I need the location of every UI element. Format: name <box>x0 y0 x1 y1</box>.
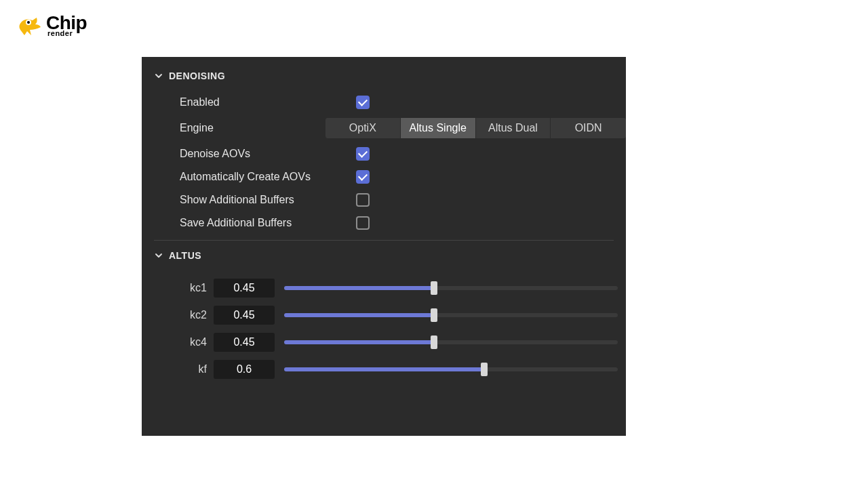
section-header-denoising[interactable]: DENOISING <box>142 57 626 91</box>
checkbox-enabled[interactable] <box>356 96 370 109</box>
svg-point-1 <box>27 21 30 24</box>
row-denoise-aovs: Denoise AOVs <box>142 142 626 165</box>
slider-fill <box>284 367 484 371</box>
checkbox-denoise-aovs[interactable] <box>356 147 370 161</box>
slider-track[interactable] <box>284 313 618 317</box>
row-show-buffers: Show Additional Buffers <box>142 188 626 211</box>
label-enabled: Enabled <box>180 96 356 108</box>
altus-sliders: kc1 0.45 kc2 0.45 kc4 0.45 kf 0. <box>142 270 626 383</box>
section-title-denoising: DENOISING <box>169 70 225 81</box>
slider-track[interactable] <box>284 340 618 344</box>
slider-label: kc4 <box>180 336 207 348</box>
chevron-down-icon <box>154 71 163 81</box>
slider-value-input[interactable]: 0.45 <box>214 279 275 298</box>
label-show-buffers: Show Additional Buffers <box>180 194 356 206</box>
logo: Chip render <box>15 12 87 39</box>
slider-row-kc4: kc4 0.45 <box>142 329 626 356</box>
engine-option-group: OptiX Altus Single Altus Dual OIDN <box>326 118 626 138</box>
logo-bird-icon <box>15 12 42 39</box>
checkbox-save-buffers[interactable] <box>356 216 370 230</box>
slider-value-input[interactable]: 0.6 <box>214 360 275 379</box>
row-engine: Engine OptiX Altus Single Altus Dual OID… <box>142 114 626 142</box>
slider-thumb[interactable] <box>431 336 437 349</box>
engine-option-altus-single[interactable]: Altus Single <box>401 118 476 138</box>
section-title-altus: ALTUS <box>169 250 201 261</box>
slider-thumb[interactable] <box>431 308 437 322</box>
row-auto-create-aovs: Automatically Create AOVs <box>142 165 626 188</box>
slider-label: kc1 <box>180 282 207 294</box>
slider-thumb[interactable] <box>431 281 437 295</box>
slider-value-input[interactable]: 0.45 <box>214 306 275 325</box>
label-denoise-aovs: Denoise AOVs <box>180 148 356 160</box>
label-engine: Engine <box>180 122 326 134</box>
engine-option-oidn[interactable]: OIDN <box>551 118 626 138</box>
settings-panel: DENOISING Enabled Engine OptiX Altus Sin… <box>142 57 626 436</box>
slider-track[interactable] <box>284 286 618 290</box>
engine-option-optix[interactable]: OptiX <box>326 118 401 138</box>
checkbox-auto-create-aovs[interactable] <box>356 170 370 184</box>
row-save-buffers: Save Additional Buffers <box>142 211 626 235</box>
slider-value-input[interactable]: 0.45 <box>214 333 275 352</box>
slider-row-kc2: kc2 0.45 <box>142 302 626 329</box>
slider-fill <box>284 286 434 290</box>
row-enabled: Enabled <box>142 91 626 114</box>
slider-fill <box>284 340 434 344</box>
slider-label: kf <box>180 363 207 375</box>
slider-fill <box>284 313 434 317</box>
slider-label: kc2 <box>180 309 207 321</box>
section-header-altus[interactable]: ALTUS <box>142 241 626 270</box>
checkbox-show-buffers[interactable] <box>356 193 370 207</box>
label-save-buffers: Save Additional Buffers <box>180 217 356 229</box>
slider-track[interactable] <box>284 367 618 371</box>
engine-option-altus-dual[interactable]: Altus Dual <box>476 118 551 138</box>
label-auto-create-aovs: Automatically Create AOVs <box>180 171 356 183</box>
slider-thumb[interactable] <box>481 363 488 376</box>
chevron-down-icon <box>154 251 163 260</box>
slider-row-kc1: kc1 0.45 <box>142 274 626 302</box>
slider-row-kf: kf 0.6 <box>142 356 626 383</box>
logo-text: Chip render <box>46 14 87 37</box>
